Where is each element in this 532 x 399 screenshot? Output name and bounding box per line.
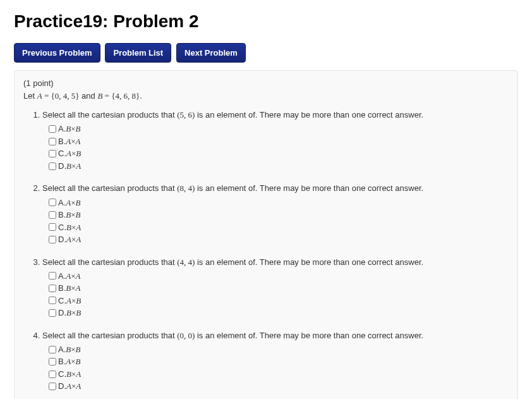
- option-checkbox[interactable]: [49, 285, 56, 292]
- option-checkbox[interactable]: [49, 125, 56, 133]
- option-right-set: B: [76, 307, 81, 319]
- option-checkbox[interactable]: [49, 163, 56, 170]
- question-prompt: Select all the cartesian products that (…: [42, 329, 509, 342]
- nav-buttons: Previous Problem Problem List Next Probl…: [14, 43, 518, 63]
- times-icon: ×: [71, 135, 75, 148]
- intro-B-set: {4, 6, 8}: [111, 91, 140, 101]
- option-row: D. B × B: [49, 307, 509, 319]
- points-label: (1 point): [23, 77, 509, 90]
- option-checkbox[interactable]: [49, 138, 56, 145]
- times-icon: ×: [71, 282, 75, 295]
- option-row: B. A × A: [49, 135, 509, 148]
- option-left-set: A: [66, 197, 71, 209]
- option-right-set: A: [76, 160, 81, 173]
- option-left-set: A: [66, 233, 71, 246]
- intro-and: and: [79, 91, 97, 101]
- times-icon: ×: [71, 147, 76, 160]
- option-letter: B.: [58, 209, 66, 221]
- option-checkbox[interactable]: [49, 223, 56, 231]
- option-letter: A.: [58, 270, 66, 283]
- option-letter: C.: [58, 368, 66, 381]
- question-tuple: (4, 4): [177, 257, 195, 267]
- option-row: B. B × A: [49, 282, 509, 295]
- options: A. A × AB. B × AC. A × BD. B × B: [42, 270, 509, 319]
- option-row: C. B × A: [49, 368, 509, 381]
- option-checkbox[interactable]: [49, 309, 56, 317]
- times-icon: ×: [71, 270, 75, 283]
- question-item: Select all the cartesian products that (…: [42, 109, 509, 172]
- option-checkbox[interactable]: [49, 211, 56, 219]
- next-problem-button[interactable]: Next Problem: [176, 43, 246, 63]
- page-title: Practice19: Problem 2: [14, 11, 518, 32]
- times-icon: ×: [71, 307, 76, 319]
- option-row: D. A × A: [49, 233, 509, 246]
- intro-period: .: [140, 91, 142, 101]
- option-left-set: B: [66, 282, 71, 295]
- times-icon: ×: [71, 295, 76, 307]
- option-checkbox[interactable]: [49, 297, 56, 304]
- question-prefix: Select all the cartesian products that: [42, 257, 177, 267]
- intro-let: Let: [23, 91, 37, 101]
- times-icon: ×: [71, 123, 75, 135]
- previous-problem-button[interactable]: Previous Problem: [14, 43, 100, 63]
- option-checkbox[interactable]: [49, 358, 56, 365]
- intro-A: A: [37, 91, 42, 101]
- option-left-set: B: [66, 160, 71, 173]
- question-item: Select all the cartesian products that (…: [42, 182, 509, 245]
- option-checkbox[interactable]: [49, 199, 56, 206]
- option-letter: D.: [58, 307, 66, 319]
- option-checkbox[interactable]: [49, 236, 56, 243]
- option-row: D. B × A: [49, 160, 509, 173]
- option-right-set: A: [76, 270, 81, 283]
- intro-eq1: =: [42, 91, 51, 101]
- option-letter: C.: [58, 221, 66, 234]
- option-letter: A.: [58, 343, 66, 356]
- option-left-set: B: [66, 209, 71, 221]
- question-suffix: is an element of. There may be more than…: [195, 257, 423, 267]
- question-suffix: is an element of. There may be more than…: [195, 183, 423, 193]
- question-item: Select all the cartesian products that (…: [42, 256, 509, 319]
- option-right-set: A: [76, 282, 81, 295]
- question-prefix: Select all the cartesian products that: [42, 110, 177, 120]
- times-icon: ×: [71, 209, 75, 221]
- options: A. A × BB. B × BC. B × AD. A × A: [42, 197, 509, 246]
- question-tuple: (8, 4): [177, 183, 195, 193]
- intro-A-set: {0, 4, 5}: [51, 91, 79, 101]
- question-item: Select all the cartesian products that (…: [42, 329, 509, 393]
- question-suffix: is an element of. There may be more than…: [195, 331, 423, 340]
- question-tuple: (5, 6): [177, 110, 195, 120]
- option-left-set: A: [66, 380, 71, 393]
- option-letter: A.: [58, 197, 66, 209]
- option-checkbox[interactable]: [49, 383, 56, 390]
- question-suffix: is an element of. There may be more than…: [195, 110, 423, 120]
- option-right-set: B: [76, 295, 81, 307]
- option-checkbox[interactable]: [49, 150, 56, 157]
- option-letter: A.: [58, 123, 66, 135]
- option-checkbox[interactable]: [49, 371, 56, 378]
- option-right-set: B: [76, 355, 81, 368]
- intro-eq2: =: [102, 91, 111, 101]
- option-letter: B.: [58, 282, 66, 295]
- question-tuple: (0, 0): [177, 331, 195, 340]
- option-left-set: B: [66, 307, 71, 319]
- option-left-set: B: [66, 343, 71, 356]
- option-checkbox[interactable]: [49, 346, 56, 353]
- option-row: A. A × A: [49, 270, 509, 283]
- option-left-set: B: [66, 221, 71, 234]
- option-letter: B.: [58, 135, 66, 148]
- option-left-set: A: [66, 295, 71, 307]
- option-right-set: A: [76, 380, 81, 393]
- option-letter: C.: [58, 295, 66, 307]
- times-icon: ×: [71, 355, 75, 368]
- problem-list-button[interactable]: Problem List: [105, 43, 171, 63]
- option-left-set: B: [66, 368, 71, 381]
- option-row: D. A × A: [49, 380, 509, 393]
- questions-list: Select all the cartesian products that (…: [23, 109, 509, 393]
- option-right-set: B: [76, 197, 81, 209]
- option-checkbox[interactable]: [49, 272, 56, 279]
- option-right-set: A: [76, 233, 81, 246]
- option-row: C. A × B: [49, 295, 509, 307]
- question-prefix: Select all the cartesian products that: [42, 331, 177, 340]
- option-right-set: A: [76, 135, 81, 148]
- option-left-set: A: [66, 270, 71, 283]
